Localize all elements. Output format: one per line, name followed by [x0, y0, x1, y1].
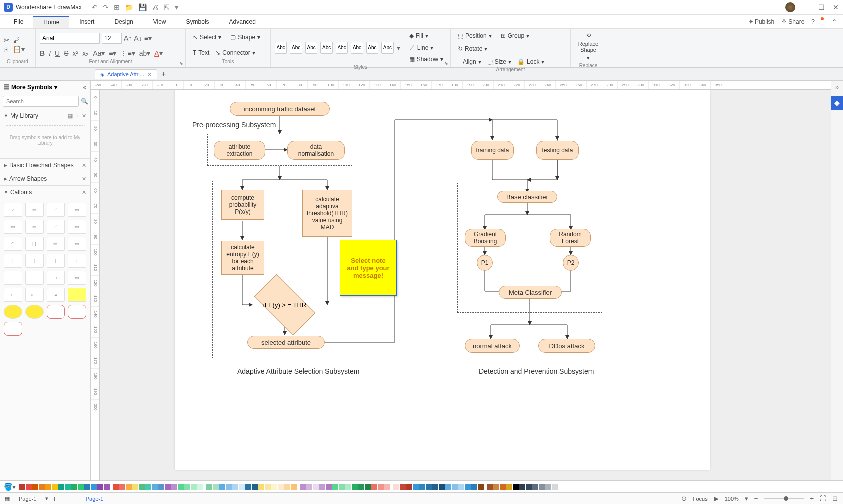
color-swatch[interactable]	[494, 484, 500, 490]
color-swatch[interactable]	[539, 484, 545, 490]
node-random-forest[interactable]: Random Forest	[550, 229, 591, 247]
color-swatch[interactable]	[439, 484, 445, 490]
redo-icon[interactable]: ↷	[103, 3, 109, 11]
font-dialog-launcher[interactable]: ⬊	[180, 61, 184, 66]
callout-shape[interactable]: [	[68, 254, 86, 268]
format-tab-icon[interactable]: ◆	[832, 96, 844, 110]
size-button[interactable]: ⬚ Size▾	[484, 57, 514, 67]
color-swatch[interactable]	[552, 484, 558, 490]
node-meta-classifier[interactable]: Meta Classifier	[499, 286, 562, 299]
node-attribute-extraction[interactable]: attribute extraction	[214, 141, 266, 160]
lib-add-icon[interactable]: +	[76, 113, 79, 119]
color-swatch[interactable]	[258, 484, 264, 490]
font-name-input[interactable]	[40, 33, 100, 44]
color-swatch[interactable]	[372, 484, 378, 490]
section-close-icon[interactable]: ✕	[82, 189, 86, 196]
color-swatch[interactable]	[39, 484, 45, 490]
callout-shape[interactable]: }	[4, 254, 22, 268]
color-swatch[interactable]	[458, 484, 464, 490]
color-swatch[interactable]	[158, 484, 164, 490]
color-swatch[interactable]	[278, 484, 284, 490]
color-swatch[interactable]	[426, 484, 432, 490]
burst-shape[interactable]	[26, 305, 44, 319]
lib-grid-icon[interactable]: ▦	[68, 113, 73, 119]
color-swatch[interactable]	[32, 484, 38, 490]
menu-insert[interactable]: Insert	[70, 16, 104, 27]
publish-button[interactable]: ✈ Publish	[748, 18, 774, 25]
fit-page-icon[interactable]: ⛶	[820, 495, 826, 502]
align-icon[interactable]: ≡▾	[144, 34, 152, 42]
search-icon[interactable]: 🔍	[81, 96, 88, 107]
color-swatch[interactable]	[472, 484, 478, 490]
color-swatch[interactable]	[246, 484, 252, 490]
node-p2[interactable]: P2	[563, 255, 579, 271]
red-callout-shape[interactable]	[68, 305, 86, 319]
color-swatch[interactable]	[198, 484, 204, 490]
color-swatch[interactable]	[172, 484, 178, 490]
user-avatar[interactable]	[786, 2, 796, 12]
subscript-icon[interactable]: x₂	[82, 49, 89, 57]
style-preset-7[interactable]: Abc	[366, 42, 378, 54]
color-swatch[interactable]	[120, 484, 126, 490]
color-swatch[interactable]	[384, 484, 390, 490]
color-swatch[interactable]	[500, 484, 506, 490]
style-preset-6[interactable]: Abc	[351, 42, 363, 54]
basic-flowchart-header[interactable]: ▶Basic Flowchart Shapes ✕	[0, 159, 90, 172]
color-swatch[interactable]	[165, 484, 171, 490]
bullets-icon[interactable]: ⋮≡▾	[120, 49, 135, 57]
color-swatch[interactable]	[46, 484, 52, 490]
color-swatch[interactable]	[239, 484, 245, 490]
callout-shape[interactable]: ▭	[68, 220, 86, 234]
minimize-icon[interactable]: —	[804, 3, 810, 11]
node-incoming-dataset[interactable]: incomming traffic dataset	[230, 102, 330, 116]
color-swatch[interactable]	[432, 484, 438, 490]
italic-icon[interactable]: I	[49, 49, 51, 57]
color-swatch[interactable]	[178, 484, 184, 490]
color-swatch[interactable]	[220, 484, 226, 490]
sticky-note[interactable]: Select note and type your message!	[340, 240, 397, 296]
styles-dialog-launcher[interactable]: ⬊	[444, 61, 448, 66]
new-file-icon[interactable]: ⊞	[114, 3, 120, 11]
pages-icon[interactable]: ▦	[5, 495, 10, 502]
color-swatch[interactable]	[358, 484, 364, 490]
color-swatch[interactable]	[52, 484, 58, 490]
zoom-slider[interactable]	[764, 498, 804, 499]
arrow-shapes-header[interactable]: ▶Arrow Shapes ✕	[0, 172, 90, 185]
color-swatch[interactable]	[513, 484, 519, 490]
color-swatch[interactable]	[300, 484, 306, 490]
focus-icon[interactable]: ⊙	[682, 495, 687, 502]
callout-shape[interactable]: ▭	[47, 237, 66, 251]
color-swatch[interactable]	[326, 484, 332, 490]
paste-icon[interactable]: 📋▾	[13, 45, 25, 53]
share-button[interactable]: ⚘ Share	[782, 18, 804, 25]
style-preset-8[interactable]: Abc	[382, 42, 394, 54]
node-data-normalisation[interactable]: data normalisation	[288, 141, 345, 160]
red-callout-shape[interactable]	[47, 305, 66, 319]
expand-panel-icon[interactable]: »	[836, 84, 839, 91]
menu-symbols[interactable]: Symbols	[176, 16, 220, 27]
node-testing-data[interactable]: testing data	[536, 141, 579, 160]
lib-close-icon[interactable]: ✕	[82, 113, 86, 119]
color-swatch[interactable]	[284, 484, 290, 490]
color-swatch[interactable]	[132, 484, 138, 490]
callout-shape[interactable]: ⟋	[4, 203, 22, 217]
color-swatch[interactable]	[406, 484, 412, 490]
callout-shape[interactable]: ○—	[26, 288, 44, 302]
red-callout-shape[interactable]	[4, 322, 22, 336]
section-close-icon[interactable]: ✕	[82, 176, 86, 182]
node-compute-probability[interactable]: compute probability P(x/y)	[222, 190, 264, 220]
callout-shape[interactable]: ○	[47, 271, 66, 285]
color-swatch[interactable]	[213, 484, 219, 490]
callout-shape[interactable]: ⟋	[47, 203, 66, 217]
callout-shape[interactable]: ○—	[4, 288, 22, 302]
save-icon[interactable]: 💾	[138, 3, 147, 11]
group-button[interactable]: ⊞ Group▾	[498, 31, 532, 41]
menu-home[interactable]: Home	[34, 16, 70, 28]
color-swatch[interactable]	[520, 484, 526, 490]
fill-bucket-icon[interactable]: 🪣▾	[4, 483, 16, 491]
color-swatch[interactable]	[139, 484, 145, 490]
callout-shape[interactable]: { }	[26, 237, 44, 251]
library-drop-zone[interactable]: Drag symbols here to add to My Library	[5, 125, 86, 155]
color-swatch[interactable]	[352, 484, 358, 490]
color-swatch[interactable]	[113, 484, 119, 490]
